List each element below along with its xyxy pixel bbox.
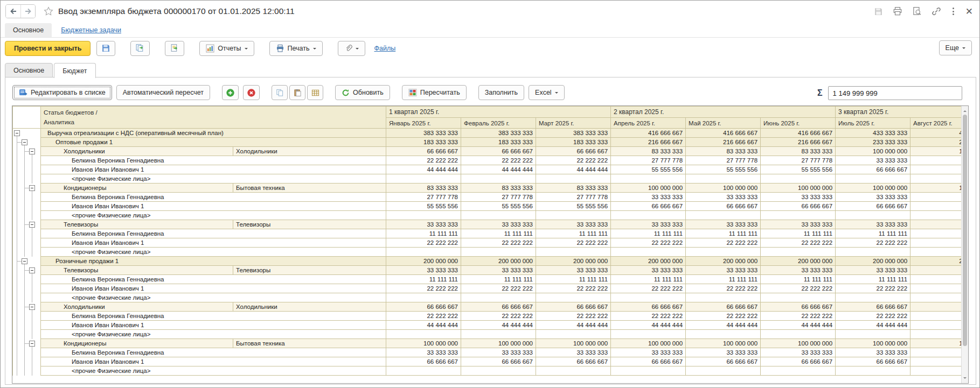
budget-value-cell[interactable]: 216 666 667 [761, 138, 836, 147]
analytic-cell[interactable]: Холодильники [233, 147, 386, 156]
budget-value-cell[interactable]: 44 444 444 [686, 321, 761, 330]
budget-value-cell[interactable] [686, 211, 761, 220]
budget-value-cell[interactable] [461, 174, 536, 184]
budget-value-cell[interactable]: 11 111 111 [761, 229, 836, 238]
article-cell[interactable]: Белкина Вероника Геннадиевна [41, 275, 386, 284]
article-cell[interactable]: Белкина Вероника Геннадиевна [41, 156, 386, 165]
budget-value-cell[interactable]: 100 000 000 [836, 147, 911, 156]
budget-value-cell[interactable]: 11 111 111 [686, 275, 761, 284]
tree-expander[interactable] [29, 341, 35, 347]
budget-value-cell[interactable] [761, 174, 836, 184]
budget-value-cell[interactable]: 22 222 222 [461, 238, 536, 248]
budget-value-cell[interactable]: 33 333 333 [536, 220, 611, 229]
budget-value-cell[interactable]: 100 000 000 [911, 184, 969, 193]
table-row[interactable]: Иванов Иван Иванович 144 444 44444 444 4… [13, 321, 969, 330]
article-cell[interactable]: Иванов Иван Иванович 1 [41, 202, 386, 211]
budget-value-cell[interactable]: 33 333 333 [461, 348, 536, 357]
tab-budget[interactable]: Бюджет [54, 63, 95, 78]
budget-value-cell[interactable]: 100 000 000 [836, 184, 911, 193]
budget-value-cell[interactable]: 22 222 222 [911, 238, 969, 248]
more-button[interactable]: Еще [939, 40, 972, 55]
budget-value-cell[interactable]: 11 111 111 [611, 275, 686, 284]
budget-value-cell[interactable] [536, 248, 611, 257]
budget-value-cell[interactable] [536, 330, 611, 339]
article-cell[interactable]: Оптовые продажи 1 [41, 138, 386, 147]
link-icon[interactable] [932, 6, 941, 16]
budget-value-cell[interactable]: 27 777 778 [536, 193, 611, 202]
budget-value-cell[interactable]: 44 444 444 [911, 321, 969, 330]
budget-value-cell[interactable]: 66 666 667 [611, 202, 686, 211]
post-and-close-button[interactable]: Провести и закрыть [5, 41, 91, 56]
budget-value-cell[interactable]: 66 666 667 [461, 357, 536, 366]
table-row[interactable]: <прочие Физические лица> [13, 174, 969, 184]
budget-value-cell[interactable]: 33 333 333 [836, 156, 911, 165]
budget-value-cell[interactable]: 200 000 000 [836, 257, 911, 266]
budget-value-cell[interactable]: 11 111 111 [836, 229, 911, 238]
budget-value-cell[interactable]: 66 666 667 [911, 202, 969, 211]
table-row[interactable]: <прочие Физические лица> [13, 330, 969, 339]
add-row-button[interactable] [222, 85, 239, 100]
budget-value-cell[interactable]: 66 666 667 [611, 302, 686, 312]
budget-value-cell[interactable]: 33 333 333 [386, 348, 461, 357]
refresh-button[interactable]: Обновить [335, 85, 390, 100]
budget-value-cell[interactable]: 100 000 000 [836, 339, 911, 348]
reports-button[interactable]: Отчеты [199, 41, 254, 56]
nav-tab-main[interactable]: Основное [5, 23, 52, 37]
budget-value-cell[interactable]: 22 222 222 [461, 284, 536, 293]
budget-value-cell[interactable]: 66 666 667 [386, 302, 461, 312]
article-cell[interactable]: Выручка отреализации с НДС (оперативный … [41, 129, 386, 138]
budget-value-cell[interactable]: 83 333 333 [461, 184, 536, 193]
budget-value-cell[interactable] [686, 330, 761, 339]
table-row[interactable]: Розничные продажи 1200 000 000200 000 00… [13, 257, 969, 266]
article-cell[interactable]: Холодильники [41, 302, 233, 312]
table-row[interactable]: КондиционерыБытовая техника100 000 00010… [13, 339, 969, 348]
copy-document-button[interactable] [130, 41, 150, 56]
kebab-menu-icon[interactable] [951, 8, 956, 15]
article-cell[interactable]: Иванов Иван Иванович 1 [41, 284, 386, 293]
budget-value-cell[interactable]: 11 111 111 [911, 275, 969, 284]
budget-value-cell[interactable] [911, 293, 969, 302]
scroll-down-icon[interactable] [963, 377, 967, 380]
budget-value-cell[interactable]: 100 000 000 [611, 339, 686, 348]
table-row[interactable]: Белкина Вероника Геннадиевна22 222 22222… [13, 156, 969, 165]
budget-value-cell[interactable]: 100 000 000 [911, 147, 969, 156]
table-row[interactable]: КондиционерыБытовая техника83 333 33383 … [13, 184, 969, 193]
article-cell[interactable]: Иванов Иван Иванович 1 [41, 165, 386, 174]
edit-in-list-button[interactable]: Редактировать в списке [12, 85, 112, 100]
budget-value-cell[interactable]: 33 333 333 [761, 220, 836, 229]
budget-value-cell[interactable]: 100 000 000 [911, 339, 969, 348]
article-cell[interactable]: Белкина Вероника Геннадиевна [41, 348, 386, 357]
budget-value-cell[interactable] [536, 211, 611, 220]
budget-value-cell[interactable]: 383 333 333 [386, 129, 461, 138]
budget-value-cell[interactable]: 33 333 333 [911, 348, 969, 357]
budget-value-cell[interactable]: 33 333 333 [836, 193, 911, 202]
budget-value-cell[interactable] [836, 211, 911, 220]
budget-value-cell[interactable]: 44 444 444 [836, 321, 911, 330]
budget-value-cell[interactable] [461, 248, 536, 257]
budget-value-cell[interactable] [611, 174, 686, 184]
month-header[interactable]: Апрель 2025 г. [611, 118, 686, 129]
budget-value-cell[interactable]: 44 444 444 [611, 321, 686, 330]
budget-value-cell[interactable]: 33 333 333 [536, 348, 611, 357]
month-header[interactable]: Июль 2025 г. [836, 118, 911, 129]
budget-value-cell[interactable]: 83 333 333 [761, 147, 836, 156]
article-cell[interactable]: Телевизоры [41, 266, 233, 275]
delete-row-button[interactable] [243, 85, 260, 100]
paste-row-button[interactable] [289, 85, 305, 100]
budget-value-cell[interactable]: 66 666 667 [536, 147, 611, 156]
budget-value-cell[interactable] [611, 366, 686, 376]
budget-value-cell[interactable]: 22 222 222 [761, 284, 836, 293]
budget-value-cell[interactable]: 11 111 111 [911, 229, 969, 238]
budget-value-cell[interactable]: 183 333 333 [386, 138, 461, 147]
budget-value-cell[interactable]: 33 333 333 [611, 266, 686, 275]
budget-value-cell[interactable]: 66 666 667 [536, 357, 611, 366]
budget-value-cell[interactable]: 33 333 333 [761, 348, 836, 357]
budget-value-cell[interactable]: 22 222 222 [386, 238, 461, 248]
budget-value-cell[interactable] [611, 211, 686, 220]
budget-value-cell[interactable]: 66 666 667 [761, 202, 836, 211]
tree-expander[interactable] [29, 304, 35, 310]
budget-value-cell[interactable]: 55 555 556 [686, 165, 761, 174]
files-link[interactable]: Файлы [374, 45, 396, 52]
article-cell[interactable]: <прочие Физические лица> [41, 366, 386, 376]
month-header[interactable]: Март 2025 г. [536, 118, 611, 129]
